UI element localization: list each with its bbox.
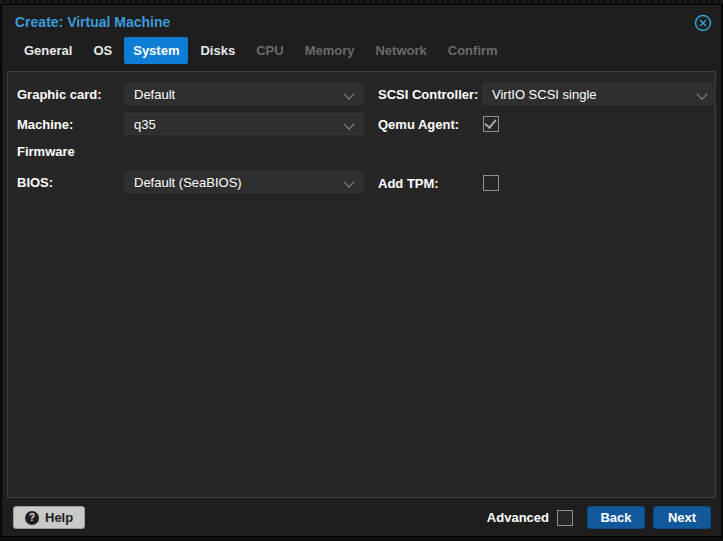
dialog-footer: ? Help Advanced Back Next (2, 499, 721, 536)
machine-select[interactable]: q35 (125, 113, 363, 135)
machine-value: q35 (134, 117, 156, 132)
back-button[interactable]: Back (587, 506, 645, 529)
bios-select[interactable]: Default (SeaBIOS) (125, 171, 363, 193)
graphic-card-label: Graphic card: (17, 87, 125, 102)
scsi-controller-row: SCSI Controller: VirtIO SCSI single (378, 83, 716, 105)
form-column-left: Graphic card: Default Machine: q35 Firmw… (17, 83, 363, 201)
scsi-controller-select[interactable]: VirtIO SCSI single (483, 83, 716, 105)
tab-general[interactable]: General (15, 37, 81, 64)
graphic-card-select[interactable]: Default (125, 83, 363, 105)
wizard-tabbar: General OS System Disks CPU Memory Netwo… (2, 35, 721, 65)
tab-system[interactable]: System (124, 37, 188, 64)
chevron-down-icon (343, 88, 354, 99)
bios-label: BIOS: (17, 175, 125, 190)
scsi-controller-value: VirtIO SCSI single (492, 87, 597, 102)
chevron-down-icon (343, 176, 354, 187)
machine-label: Machine: (17, 117, 125, 132)
dialog-title: Create: Virtual Machine (15, 14, 170, 30)
help-button-label: Help (45, 510, 73, 525)
chevron-down-icon (343, 118, 354, 129)
qemu-agent-label: Qemu Agent: (378, 117, 483, 132)
graphic-card-value: Default (134, 87, 175, 102)
dialog-titlebar: Create: Virtual Machine (2, 5, 721, 35)
tab-confirm: Confirm (439, 37, 507, 64)
question-circle-icon: ? (25, 511, 39, 525)
tab-memory: Memory (296, 37, 364, 64)
add-tpm-checkbox[interactable] (483, 175, 499, 191)
bios-row: BIOS: Default (SeaBIOS) (17, 171, 363, 193)
qemu-agent-row: Qemu Agent: (378, 113, 716, 135)
form-column-right: SCSI Controller: VirtIO SCSI single Qemu… (378, 83, 716, 202)
qemu-agent-checkbox[interactable] (483, 116, 499, 132)
add-tpm-row: Add TPM: (378, 172, 716, 194)
next-button[interactable]: Next (653, 506, 711, 529)
close-icon[interactable] (694, 14, 712, 32)
tab-network: Network (366, 37, 435, 64)
advanced-checkbox[interactable] (557, 510, 573, 526)
chevron-down-icon (696, 88, 707, 99)
add-tpm-label: Add TPM: (378, 176, 483, 191)
machine-row: Machine: q35 (17, 113, 363, 135)
tab-disks[interactable]: Disks (191, 37, 244, 64)
tab-os[interactable]: OS (84, 37, 121, 64)
graphic-card-row: Graphic card: Default (17, 83, 363, 105)
tab-cpu: CPU (247, 37, 292, 64)
create-vm-dialog: Create: Virtual Machine General OS Syste… (1, 4, 722, 537)
scsi-controller-label: SCSI Controller: (378, 87, 483, 102)
footer-actions: Advanced Back Next (487, 506, 711, 529)
system-form-panel: Graphic card: Default Machine: q35 Firmw… (7, 71, 716, 498)
advanced-label: Advanced (487, 510, 549, 525)
help-button[interactable]: ? Help (13, 506, 85, 529)
bios-value: Default (SeaBIOS) (134, 175, 242, 190)
firmware-section-heading: Firmware (17, 143, 363, 161)
